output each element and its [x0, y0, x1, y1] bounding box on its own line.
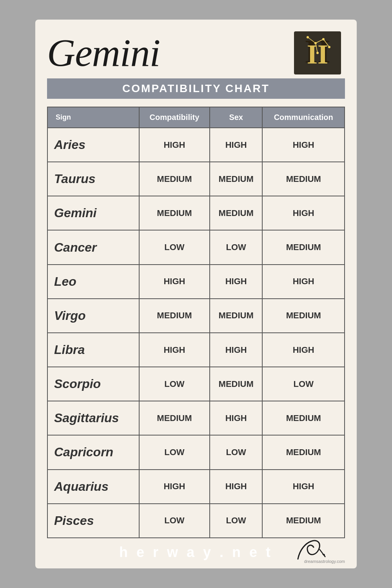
main-card: Gemini II II [35, 20, 357, 568]
sign-cell: Pisces [47, 504, 139, 538]
compatibility-cell: MEDIUM [139, 299, 210, 333]
sign-cell: Cancer [47, 230, 139, 264]
svg-marker-13 [322, 554, 325, 557]
sign-cell: Libra [47, 333, 139, 367]
sign-cell: Capricorn [47, 435, 139, 469]
sex-cell: MEDIUM [210, 367, 263, 401]
compatibility-cell: MEDIUM [139, 196, 210, 230]
svg-point-6 [307, 36, 309, 38]
subtitle-banner: COMPATIBILITY CHART [47, 78, 345, 99]
table-row: LibraHIGHHIGHHIGH [47, 333, 345, 367]
table-row: CancerLOWLOWMEDIUM [47, 230, 345, 264]
sign-cell: Taurus [47, 162, 139, 196]
sex-cell: MEDIUM [210, 299, 263, 333]
sex-cell: LOW [210, 230, 263, 264]
sex-cell: HIGH [210, 128, 263, 162]
communication-cell: MEDIUM [262, 401, 345, 435]
col-sign: Sign [47, 107, 139, 128]
compatibility-cell: LOW [139, 435, 210, 469]
compatibility-cell: HIGH [139, 128, 210, 162]
sex-cell: LOW [210, 435, 263, 469]
symbol-box: II II [294, 31, 341, 74]
compatibility-cell: HIGH [139, 333, 210, 367]
table-row: AquariusHIGHHIGHHIGH [47, 470, 345, 504]
communication-cell: MEDIUM [262, 162, 345, 196]
col-compatibility: Compatibility [139, 107, 210, 128]
table-row: AriesHIGHHIGHHIGH [47, 128, 345, 162]
compatibility-table: Sign Compatibility Sex Communication Ari… [47, 107, 345, 538]
sign-cell: Sagittarius [47, 401, 139, 435]
sex-cell: HIGH [210, 333, 263, 367]
compatibility-cell: LOW [139, 504, 210, 538]
communication-cell: HIGH [262, 470, 345, 504]
sign-cell: Scorpio [47, 367, 139, 401]
compatibility-cell: HIGH [139, 265, 210, 299]
compatibility-cell: HIGH [139, 470, 210, 504]
table-row: TaurusMEDIUMMEDIUMMEDIUM [47, 162, 345, 196]
sex-cell: HIGH [210, 401, 263, 435]
communication-cell: HIGH [262, 128, 345, 162]
table-row: GeminiMEDIUMMEDIUMHIGH [47, 196, 345, 230]
sign-cell: Leo [47, 265, 139, 299]
watermark: dreamsastrology.com [304, 559, 345, 564]
compatibility-cell: LOW [139, 230, 210, 264]
svg-text:II: II [307, 39, 328, 69]
gemini-symbol-container: II II [294, 31, 341, 74]
table-header-row: Sign Compatibility Sex Communication [47, 107, 345, 128]
sex-cell: LOW [210, 504, 263, 538]
sign-cell: Virgo [47, 299, 139, 333]
svg-point-9 [328, 46, 330, 48]
table-row: VirgoMEDIUMMEDIUMMEDIUM [47, 299, 345, 333]
header: Gemini II II [47, 31, 345, 74]
compatibility-cell: MEDIUM [139, 401, 210, 435]
compatibility-cell: LOW [139, 367, 210, 401]
communication-cell: LOW [262, 367, 345, 401]
sign-cell: Aquarius [47, 470, 139, 504]
table-row: LeoHIGHHIGHHIGH [47, 265, 345, 299]
table-row: SagittariusMEDIUMHIGHMEDIUM [47, 401, 345, 435]
table-row: ScorpioLOWMEDIUMLOW [47, 367, 345, 401]
col-sex: Sex [210, 107, 263, 128]
page-title: Gemini [47, 31, 160, 74]
communication-cell: HIGH [262, 265, 345, 299]
footer: h e r w a y . n e t [47, 544, 345, 561]
sex-cell: HIGH [210, 265, 263, 299]
sign-cell: Aries [47, 128, 139, 162]
col-communication: Communication [262, 107, 345, 128]
sign-cell: Gemini [47, 196, 139, 230]
communication-cell: HIGH [262, 333, 345, 367]
communication-cell: MEDIUM [262, 299, 345, 333]
sex-cell: MEDIUM [210, 162, 263, 196]
sex-cell: MEDIUM [210, 196, 263, 230]
communication-cell: MEDIUM [262, 230, 345, 264]
communication-cell: HIGH [262, 196, 345, 230]
communication-cell: MEDIUM [262, 435, 345, 469]
table-row: CapricornLOWLOWMEDIUM [47, 435, 345, 469]
sex-cell: HIGH [210, 470, 263, 504]
compatibility-cell: MEDIUM [139, 162, 210, 196]
website-text: h e r w a y . n e t [119, 544, 273, 561]
